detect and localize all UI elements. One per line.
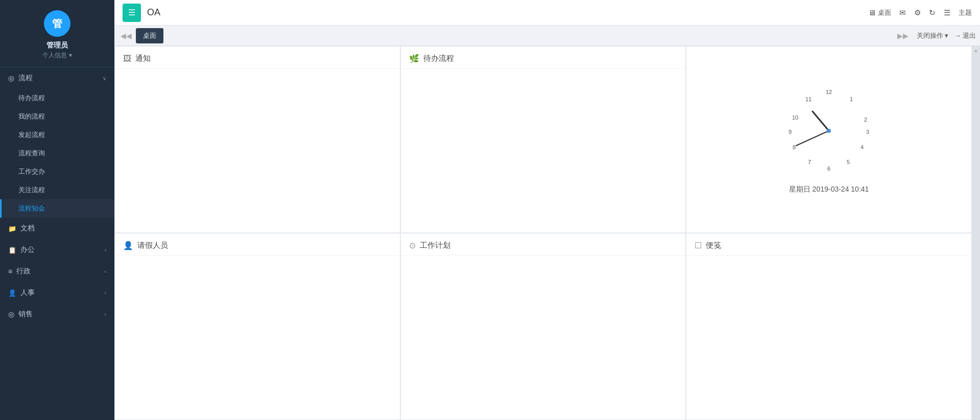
close-ops-button[interactable]: 关闭操作 ▾: [917, 31, 948, 40]
widget-pending-flow-title: 待办流程: [423, 54, 454, 63]
svg-line-12: [812, 111, 829, 131]
widget-notification-header: 🖼 通知: [115, 46, 400, 69]
hamburger-icon: ☰: [128, 8, 135, 17]
hr-icon: 👤: [8, 289, 16, 297]
close-ops-label: 关闭操作: [917, 31, 943, 40]
scrollbar-track: ▲: [972, 46, 980, 420]
widget-leave-header: 👤 请假人员: [115, 234, 400, 256]
work-plan-icon: ⊙: [409, 241, 416, 250]
widget-sticky-header: ☐ 便笺: [686, 234, 971, 256]
clock-datetime: 星期日 2019-03-24 10:41: [789, 185, 869, 194]
main-area: ☰ OA 🖥 桌面 ✉ ⚙ ↻ ☰ 主题: [114, 0, 980, 420]
theme-button[interactable]: 主题: [959, 8, 972, 17]
widget-sticky: ☐ 便笺: [686, 233, 972, 420]
widget-work-plan-body: [401, 256, 686, 419]
sidebar-item-start-process[interactable]: 发起流程: [0, 126, 114, 144]
svg-text:3: 3: [866, 129, 869, 135]
svg-text:12: 12: [826, 89, 832, 95]
widget-leave-body: [115, 256, 400, 419]
back-arrow-icon: ◀◀: [121, 32, 132, 40]
tab-forward-button[interactable]: ▶▶: [895, 31, 911, 41]
close-ops-arrow: ▾: [945, 32, 948, 39]
desktop-button[interactable]: 🖥 桌面: [868, 8, 891, 17]
user-info-link[interactable]: 个人信息 ▾: [42, 51, 71, 60]
svg-text:4: 4: [861, 144, 864, 150]
admin-arrow: ‹: [105, 269, 106, 274]
refresh-button[interactable]: ↻: [929, 8, 936, 17]
sidebar-group-process-label: 流程: [18, 74, 33, 83]
theme-label: 主题: [959, 8, 972, 17]
sidebar-item-my-process[interactable]: 我的流程: [0, 107, 114, 126]
widget-work-plan-title: 工作计划: [420, 241, 450, 250]
tab-back-button[interactable]: ◀◀: [118, 31, 134, 41]
desktop-label: 桌面: [878, 8, 891, 17]
sales-arrow: ‹: [105, 312, 106, 317]
clock-face: 12 1 2 3 4 5 6 7 8 9 10 11: [783, 85, 875, 179]
svg-point-14: [827, 129, 831, 133]
svg-text:8: 8: [793, 144, 796, 150]
sidebar-item-follow-process[interactable]: 关注流程: [0, 181, 114, 199]
sidebar-group-office[interactable]: 📋 办公 ‹: [0, 239, 114, 261]
sidebar-nav: ◎ 流程 ∨ 待办流程 我的流程 发起流程 流程查询 工作交办 关注流程: [0, 67, 114, 325]
dashboard-content: ▲ 🖼 通知 🌿 待办流程: [114, 46, 980, 420]
sidebar-item-work-exchange[interactable]: 工作交办: [0, 162, 114, 181]
refresh-icon: ↻: [929, 8, 936, 17]
sidebar: 管 管理员 个人信息 ▾ ◎ 流程 ∨ 待办流程 我的流程 发起流程: [0, 0, 114, 420]
tabbar: ◀◀ 桌面 ▶▶ 关闭操作 ▾ → 退出: [114, 26, 980, 46]
topbar: ☰ OA 🖥 桌面 ✉ ⚙ ↻ ☰ 主题: [114, 0, 980, 26]
widget-notification-body: [115, 69, 400, 232]
scroll-up-arrow[interactable]: ▲: [974, 48, 978, 53]
sticky-icon: ☐: [695, 241, 702, 250]
admin-icon: ≡: [8, 267, 12, 275]
svg-text:2: 2: [864, 116, 867, 123]
pending-flow-icon: 🌿: [409, 54, 419, 63]
mail-button[interactable]: ✉: [899, 8, 906, 17]
gear-icon: ⚙: [914, 8, 921, 17]
sales-icon: ◎: [8, 310, 14, 318]
sidebar-group-sales[interactable]: ◎ 销售 ‹: [0, 304, 114, 325]
sidebar-group-document[interactable]: 📁 文档: [0, 218, 114, 239]
monitor-icon: 🖥: [868, 8, 876, 17]
logout-button[interactable]: → 退出: [954, 31, 976, 40]
app-title: OA: [147, 7, 160, 18]
sidebar-group-process[interactable]: ◎ 流程 ∨: [0, 67, 114, 89]
widget-clock-body: 12 1 2 3 4 5 6 7 8 9 10 11: [686, 46, 971, 232]
svg-line-13: [796, 131, 829, 146]
dashboard-grid: 🖼 通知 🌿 待办流程: [114, 46, 972, 420]
svg-text:10: 10: [792, 114, 798, 121]
hr-arrow: ‹: [105, 290, 106, 296]
widget-pending-flow-header: 🌿 待办流程: [401, 46, 686, 69]
tab-desktop[interactable]: 桌面: [136, 28, 163, 43]
office-icon: 📋: [8, 246, 16, 254]
leave-icon: 👤: [123, 241, 133, 250]
widget-work-plan-header: ⊙ 工作计划: [401, 234, 686, 256]
sidebar-group-hr[interactable]: 👤 人事 ‹: [0, 282, 114, 304]
office-arrow: ‹: [105, 247, 106, 253]
settings-button[interactable]: ⚙: [914, 8, 921, 17]
svg-text:9: 9: [788, 129, 792, 135]
widget-notification: 🖼 通知: [114, 46, 400, 233]
sidebar-item-process-query[interactable]: 流程查询: [0, 144, 114, 162]
logout-icon: →: [954, 32, 961, 39]
widget-leave-title: 请假人员: [137, 241, 168, 250]
process-icon: ◎: [8, 74, 14, 82]
skin-button[interactable]: ☰: [944, 8, 950, 17]
sidebar-group-hr-label: 人事: [20, 288, 35, 297]
sidebar-item-pending-process[interactable]: 待办流程: [0, 89, 114, 107]
skin-icon: ☰: [944, 8, 950, 17]
forward-arrow-icon: ▶▶: [897, 32, 909, 40]
logout-label: 退出: [963, 31, 976, 40]
widget-notification-title: 通知: [135, 54, 151, 63]
widget-pending-flow: 🌿 待办流程: [400, 46, 686, 233]
widget-sticky-body: [686, 256, 971, 419]
sidebar-item-process-notice[interactable]: 流程知会: [0, 199, 114, 218]
sidebar-group-admin[interactable]: ≡ 行政 ‹: [0, 261, 114, 282]
menu-toggle-button[interactable]: ☰: [123, 4, 141, 22]
tab-desktop-label: 桌面: [143, 31, 156, 40]
widget-sticky-title: 便笺: [706, 241, 721, 250]
svg-text:11: 11: [805, 96, 811, 102]
mail-icon: ✉: [899, 8, 906, 17]
sidebar-group-sales-label: 销售: [18, 310, 33, 319]
document-icon: 📁: [8, 225, 16, 232]
sidebar-header: 管 管理员 个人信息 ▾: [0, 0, 114, 67]
